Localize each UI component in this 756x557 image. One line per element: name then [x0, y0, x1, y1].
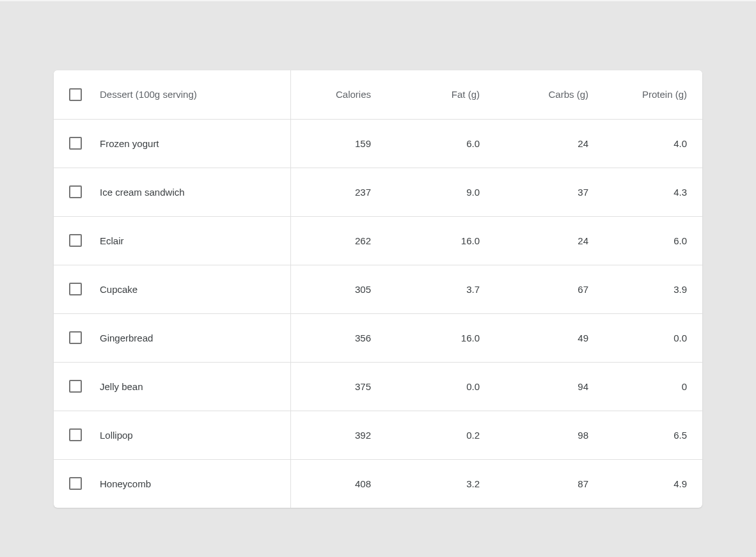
select-all-checkbox[interactable] [69, 88, 82, 101]
cell-protein: 6.0 [604, 216, 702, 265]
row-checkbox[interactable] [69, 331, 82, 344]
table-row[interactable]: Eclair26216.0246.0 [54, 216, 702, 265]
row-checkbox[interactable] [69, 185, 82, 198]
cell-calories: 305 [290, 265, 386, 313]
cell-protein: 4.0 [604, 119, 702, 168]
cell-carbs: 87 [495, 459, 604, 508]
cell-fat: 6.0 [386, 119, 495, 168]
page-background: Dessert (100g serving) Calories Fat (g) … [0, 0, 756, 557]
cell-name: Cupcake [54, 265, 290, 313]
cell-fat: 9.0 [386, 168, 495, 216]
cell-carbs: 67 [495, 265, 604, 313]
cell-calories: 237 [290, 168, 386, 216]
row-checkbox[interactable] [69, 428, 82, 441]
cell-name-text: Frozen yogurt [100, 138, 159, 149]
header-cell-carbs[interactable]: Carbs (g) [495, 70, 604, 119]
cell-fat: 0.2 [386, 411, 495, 459]
cell-protein: 4.3 [604, 168, 702, 216]
cell-name-text: Jelly bean [100, 381, 143, 392]
table-row[interactable]: Gingerbread35616.0490.0 [54, 313, 702, 362]
cell-protein: 0.0 [604, 313, 702, 362]
cell-fat: 3.7 [386, 265, 495, 313]
table-row[interactable]: Frozen yogurt1596.0244.0 [54, 119, 702, 168]
dessert-table: Dessert (100g serving) Calories Fat (g) … [54, 70, 702, 508]
table-row[interactable]: Honeycomb4083.2874.9 [54, 459, 702, 508]
table-row[interactable]: Cupcake3053.7673.9 [54, 265, 702, 313]
cell-name-text: Ice cream sandwich [100, 187, 185, 198]
row-checkbox[interactable] [69, 477, 82, 490]
cell-name: Gingerbread [54, 313, 290, 362]
data-table-card: Dessert (100g serving) Calories Fat (g) … [54, 70, 702, 508]
cell-carbs: 94 [495, 362, 604, 411]
cell-name: Eclair [54, 216, 290, 265]
cell-carbs: 24 [495, 119, 604, 168]
row-checkbox[interactable] [69, 283, 82, 295]
table-header-row: Dessert (100g serving) Calories Fat (g) … [54, 70, 702, 119]
cell-fat: 0.0 [386, 362, 495, 411]
cell-calories: 159 [290, 119, 386, 168]
cell-fat: 16.0 [386, 313, 495, 362]
cell-name-text: Lollipop [100, 430, 133, 441]
cell-protein: 0 [604, 362, 702, 411]
cell-carbs: 37 [495, 168, 604, 216]
table-row[interactable]: Lollipop3920.2986.5 [54, 411, 702, 459]
cell-name-text: Honeycomb [100, 478, 151, 489]
cell-name-text: Gingerbread [100, 333, 153, 343]
cell-fat: 3.2 [386, 459, 495, 508]
cell-calories: 408 [290, 459, 386, 508]
cell-name: Jelly bean [54, 362, 290, 411]
cell-calories: 392 [290, 411, 386, 459]
table-row[interactable]: Jelly bean3750.0940 [54, 362, 702, 411]
header-cell-fat[interactable]: Fat (g) [386, 70, 495, 119]
table-row[interactable]: Ice cream sandwich2379.0374.3 [54, 168, 702, 216]
row-checkbox[interactable] [69, 137, 82, 150]
cell-calories: 356 [290, 313, 386, 362]
cell-name: Lollipop [54, 411, 290, 459]
table-body: Frozen yogurt1596.0244.0Ice cream sandwi… [54, 119, 702, 508]
cell-name-text: Eclair [100, 235, 124, 246]
row-checkbox[interactable] [69, 380, 82, 393]
cell-calories: 262 [290, 216, 386, 265]
cell-name: Honeycomb [54, 459, 290, 508]
cell-name: Ice cream sandwich [54, 168, 290, 216]
cell-protein: 4.9 [604, 459, 702, 508]
cell-carbs: 49 [495, 313, 604, 362]
header-label-name: Dessert (100g serving) [100, 89, 197, 100]
cell-protein: 6.5 [604, 411, 702, 459]
cell-name-text: Cupcake [100, 284, 138, 295]
header-cell-protein[interactable]: Protein (g) [604, 70, 702, 119]
cell-fat: 16.0 [386, 216, 495, 265]
cell-name: Frozen yogurt [54, 119, 290, 168]
row-checkbox[interactable] [69, 234, 82, 247]
cell-calories: 375 [290, 362, 386, 411]
header-cell-calories[interactable]: Calories [290, 70, 386, 119]
cell-carbs: 98 [495, 411, 604, 459]
cell-protein: 3.9 [604, 265, 702, 313]
cell-carbs: 24 [495, 216, 604, 265]
header-cell-name[interactable]: Dessert (100g serving) [54, 70, 290, 119]
